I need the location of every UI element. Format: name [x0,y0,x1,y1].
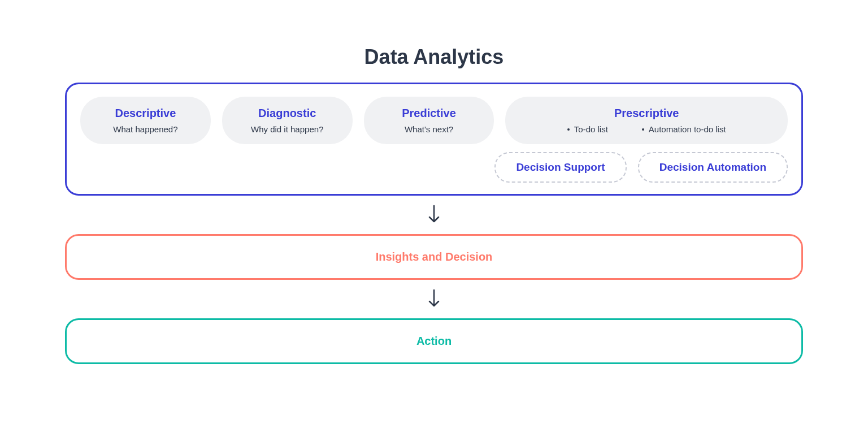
descriptive-title: Descriptive [115,107,176,120]
descriptive-subtitle: What happened? [113,124,177,134]
diagnostic-subtitle: Why did it happen? [251,124,323,134]
arrow-down-icon [427,205,441,225]
predictive-pill: Predictive What's next? [364,97,494,144]
prescriptive-pill: Prescriptive To-do list Automation to-do… [505,97,788,144]
decision-support-pill: Decision Support [494,152,626,183]
predictive-subtitle: What's next? [405,124,453,134]
bullet-text-2: Automation to-do list [649,124,726,134]
action-box: Action [65,318,803,364]
arrow-down-icon [427,289,441,309]
decision-automation-pill: Decision Automation [638,152,788,183]
diagram-title: Data Analytics [364,45,504,69]
diagnostic-pill: Diagnostic Why did it happen? [222,97,353,144]
pills-row: Descriptive What happened? Diagnostic Wh… [80,97,788,144]
analytics-box: Descriptive What happened? Diagnostic Wh… [65,83,803,196]
diagnostic-title: Diagnostic [258,107,316,120]
bullet-dot-icon [567,128,570,131]
predictive-title: Predictive [402,107,456,120]
prescriptive-bullet-1: To-do list [567,124,608,134]
bullet-dot-icon [642,128,644,131]
descriptive-pill: Descriptive What happened? [80,97,211,144]
diagram-container: Data Analytics Descriptive What happened… [65,45,803,364]
prescriptive-bullets: To-do list Automation to-do list [567,124,726,134]
prescriptive-bullet-2: Automation to-do list [642,124,726,134]
insights-box: Insights and Decision [65,234,803,280]
prescriptive-title: Prescriptive [614,107,679,120]
dashed-row: Decision Support Decision Automation [80,152,788,183]
bullet-text-1: To-do list [574,124,608,134]
